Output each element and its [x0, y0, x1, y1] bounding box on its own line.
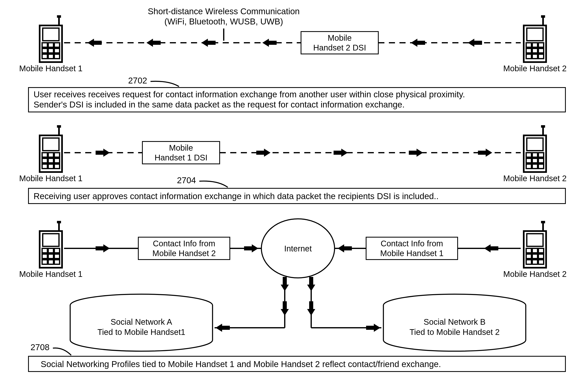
dsi1-line2: Handset 1 DSI: [155, 153, 208, 162]
handset2-label-r1: Mobile Handset 2: [503, 64, 567, 73]
sn-a-line2: Tied to Mobile Handset1: [97, 328, 185, 337]
handset1-label-r2: Mobile Handset 1: [19, 174, 82, 183]
handset2-label-r2: Mobile Handset 2: [503, 174, 567, 183]
arrow-left-icon: [216, 324, 230, 332]
sn-b-line1: Social Network B: [424, 317, 486, 326]
arrow-left-icon: [262, 39, 277, 47]
step3-text: Social Networking Profiles tied to Mobil…: [41, 359, 441, 369]
arrow-left-icon: [484, 244, 498, 252]
dsi2-line1: Mobile: [328, 33, 352, 42]
arrow-right-icon: [409, 149, 423, 157]
arrow-left-icon: [411, 39, 425, 47]
ref-2704: 2704: [177, 176, 196, 185]
arrow-right-icon: [96, 244, 110, 252]
arrow-left-icon: [468, 39, 482, 47]
step1-line2: Sender's DSI is included in the same dat…: [34, 100, 404, 109]
arrow-right-icon: [244, 244, 258, 252]
handset1-label-r1: Mobile Handset 1: [19, 64, 82, 73]
dsi1-line1: Mobile: [169, 143, 193, 152]
internet-label: Internet: [284, 244, 312, 253]
sn-a-line1: Social Network A: [111, 317, 172, 326]
leader-line: [199, 181, 228, 187]
step2-text: Receiving user approves contact informat…: [34, 191, 439, 201]
sn-b-line2: Tied to Mobile Handset 2: [409, 328, 500, 337]
arrow-left-icon: [201, 39, 216, 47]
arrow-left-icon: [147, 39, 161, 47]
contact-from1-line1: Contact Info from: [381, 239, 443, 248]
dsi2-line2: Handset 2 DSI: [313, 43, 366, 52]
arrow-right-icon: [478, 149, 492, 157]
handset2-label-r3: Mobile Handset 2: [503, 270, 567, 278]
arrow-left-icon: [338, 244, 352, 252]
leader-line: [53, 348, 71, 355]
contact-from1-line2: Mobile Handset 1: [380, 249, 443, 258]
title-line1: Short-distance Wireless Communication: [148, 6, 300, 16]
ref-2702: 2702: [128, 76, 147, 85]
phone-icon: [40, 15, 62, 62]
phone-icon: [524, 221, 546, 268]
arrow-right-icon: [366, 324, 380, 332]
step1-line1: User receives receives request for conta…: [34, 90, 465, 99]
contact-from2-line1: Contact Info from: [153, 239, 215, 248]
arrow-down-icon: [281, 277, 289, 291]
title-line2: (WiFi, Bluetooth, WUSB, UWB): [164, 17, 283, 26]
contact-from2-line2: Mobile Handset 2: [152, 249, 216, 258]
handset1-label-r3: Mobile Handset 1: [19, 270, 82, 278]
phone-icon: [40, 221, 62, 268]
arrow-down-icon: [307, 277, 315, 291]
phone-icon: [40, 125, 62, 172]
arrow-down-icon: [307, 301, 315, 316]
arrow-right-icon: [256, 149, 271, 157]
diagram: Short-distance Wireless Communication (W…: [0, 0, 588, 387]
arrow-right-icon: [96, 149, 110, 157]
phone-icon: [524, 15, 546, 62]
ref-2708: 2708: [30, 342, 49, 352]
arrow-down-icon: [281, 301, 289, 316]
arrow-left-icon: [87, 39, 102, 47]
arrow-right-icon: [334, 149, 348, 157]
leader-line: [150, 81, 179, 87]
phone-icon: [524, 125, 546, 172]
